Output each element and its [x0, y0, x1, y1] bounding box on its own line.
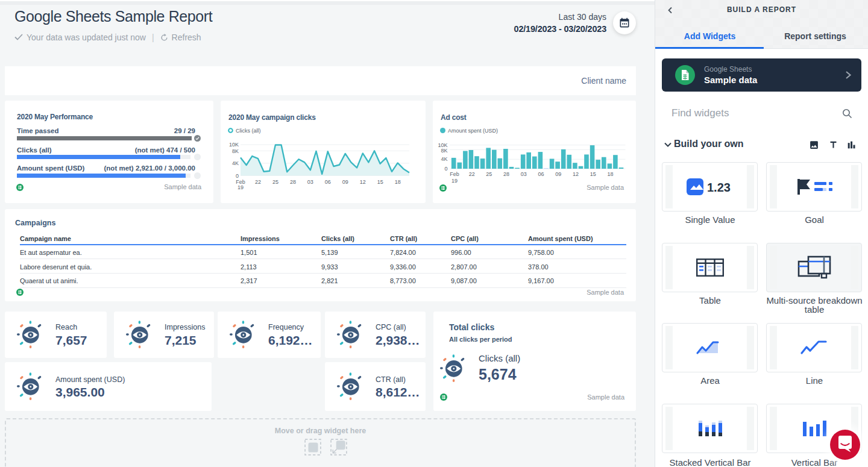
svg-text:03: 03 — [521, 171, 527, 177]
svg-text:19: 19 — [237, 184, 244, 190]
svg-text:15: 15 — [590, 171, 596, 177]
svg-text:8K: 8K — [441, 148, 447, 154]
svg-text:Feb: Feb — [450, 171, 459, 177]
svg-text:10K: 10K — [229, 142, 239, 148]
svg-text:0: 0 — [236, 173, 239, 179]
svg-text:19: 19 — [451, 178, 458, 184]
svg-text:12: 12 — [360, 179, 366, 185]
svg-text:15: 15 — [377, 179, 383, 185]
svg-text:06: 06 — [325, 179, 331, 185]
svg-text:09: 09 — [342, 179, 348, 185]
svg-text:18: 18 — [608, 171, 614, 177]
svg-text:12: 12 — [573, 171, 579, 177]
svg-text:25: 25 — [486, 171, 492, 177]
svg-text:0: 0 — [444, 166, 447, 172]
svg-text:4K: 4K — [441, 156, 447, 162]
svg-text:22: 22 — [469, 171, 475, 177]
svg-text:8K: 8K — [232, 148, 239, 154]
svg-text:18: 18 — [395, 179, 401, 185]
svg-text:1.23: 1.23 — [707, 181, 731, 194]
svg-text:06: 06 — [538, 171, 544, 177]
svg-text:Feb: Feb — [236, 179, 245, 185]
svg-text:28: 28 — [290, 179, 296, 185]
svg-text:25: 25 — [272, 179, 278, 185]
svg-text:4K: 4K — [232, 160, 239, 166]
svg-text:22: 22 — [255, 179, 261, 185]
svg-text:28: 28 — [503, 171, 509, 177]
svg-text:03: 03 — [307, 179, 313, 185]
svg-text:09: 09 — [555, 171, 561, 177]
